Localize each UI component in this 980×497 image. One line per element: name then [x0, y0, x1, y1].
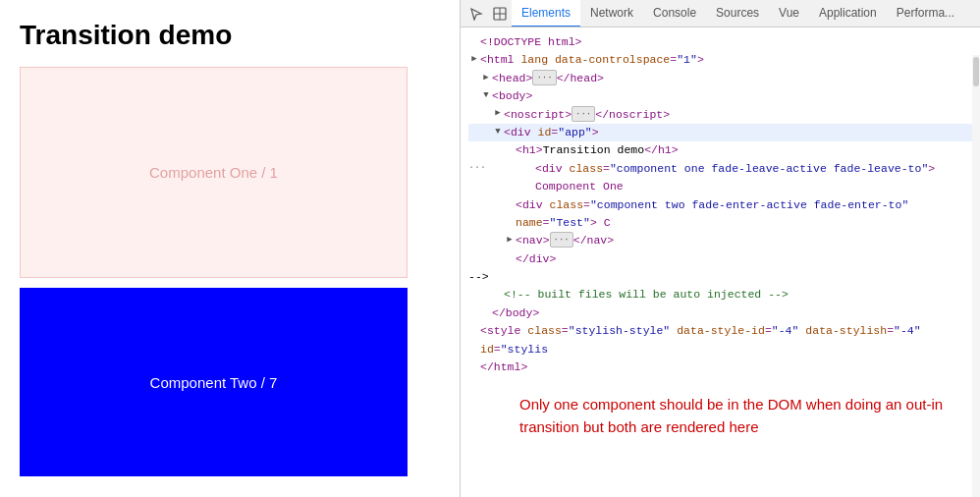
code-line-comp-two[interactable]: <div class="component two fade-enter-act… [468, 196, 972, 233]
annotation-text: Only one component should be in the DOM … [519, 394, 970, 438]
code-line-div-app[interactable]: ▼ <div id="app"> [468, 124, 972, 141]
scrollbar[interactable] [972, 55, 980, 497]
code-line-html[interactable]: ▶ <html lang data-controlspace="1"> [468, 51, 972, 69]
left-panel: Transition demo Component One / 1 Compon… [0, 0, 460, 497]
devtools-panel: Elements Network Console Sources Vue App… [461, 0, 980, 497]
devtools-tab-bar: Elements Network Console Sources Vue App… [461, 0, 980, 28]
code-line-comment: <!-- built files will be auto injected -… [468, 286, 972, 304]
tab-network[interactable]: Network [580, 0, 643, 28]
code-line-comp-one[interactable]: ··· <div class="component one fade-leave… [468, 160, 972, 196]
tab-vue[interactable]: Vue [769, 0, 809, 28]
inspect-icon[interactable] [488, 0, 512, 28]
code-line-h1: <h1>Transition demo</h1> [468, 141, 972, 159]
main-container: Transition demo Component One / 1 Compon… [0, 0, 980, 497]
tab-elements[interactable]: Elements [512, 0, 580, 28]
code-line-style: <style class="stylish-style" data-style-… [468, 322, 972, 359]
code-line-nav[interactable]: ▶ <nav> ··· </nav> [468, 232, 972, 249]
tab-application[interactable]: Application [809, 0, 887, 28]
expand-nav-btn[interactable]: ··· [550, 232, 573, 248]
code-line-doctype: <!DOCTYPE html> [468, 33, 972, 51]
code-line-noscript[interactable]: ▶ <noscript> ··· </noscript> [468, 106, 972, 124]
code-line-div-close: </div> [468, 250, 972, 268]
tab-performance[interactable]: Performa... [887, 0, 964, 28]
code-line-body-close: </body> [468, 304, 972, 322]
component-two-box: Component Two / 7 [20, 288, 408, 476]
code-line-body-open[interactable]: ▼ <body> [468, 87, 972, 105]
component-one-box: Component One / 1 [20, 67, 408, 278]
page-title: Transition demo [20, 20, 440, 51]
expand-noscript-btn[interactable]: ··· [572, 106, 595, 122]
cursor-icon[interactable] [464, 0, 488, 28]
component-one-label: Component One / 1 [149, 164, 278, 181]
tab-sources[interactable]: Sources [706, 0, 769, 28]
scrollbar-thumb[interactable] [973, 57, 979, 86]
code-panel: <!DOCTYPE html> ▶ <html lang data-contro… [461, 28, 980, 497]
code-line-head[interactable]: ▶ <head> ··· </head> [468, 70, 972, 87]
component-two-label: Component Two / 7 [150, 374, 278, 391]
expand-head-btn[interactable]: ··· [532, 70, 556, 85]
code-line-html-close: </html> [468, 359, 972, 376]
tab-console[interactable]: Console [643, 0, 706, 28]
